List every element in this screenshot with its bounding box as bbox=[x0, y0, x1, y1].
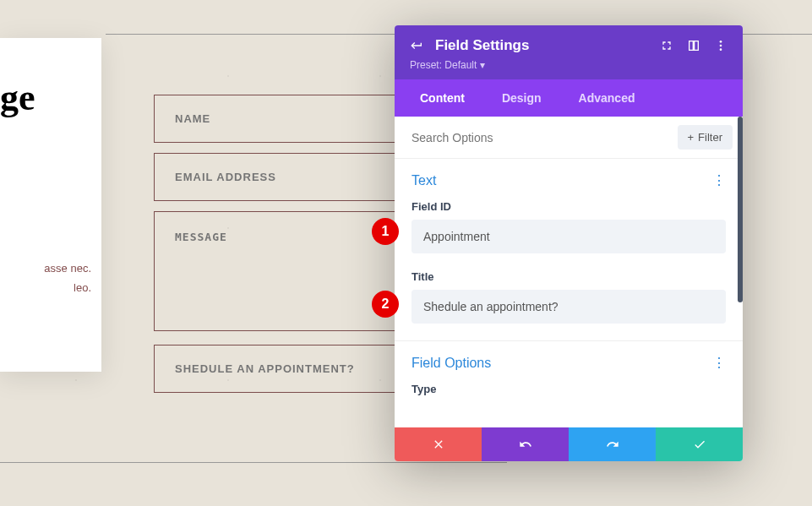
columns-icon[interactable] bbox=[687, 39, 700, 52]
section-field-options: Field Options ⋮ Type bbox=[395, 341, 743, 395]
panel-footer bbox=[395, 427, 743, 461]
description-fragment: asse nec. leo. bbox=[0, 258, 101, 298]
tab-content[interactable]: Content bbox=[401, 79, 483, 117]
svg-point-0 bbox=[720, 41, 722, 43]
section-text-title: Text bbox=[411, 173, 436, 188]
fieldid-label: Field ID bbox=[411, 200, 726, 213]
plus-icon: + bbox=[688, 131, 695, 144]
tab-advanced[interactable]: Advanced bbox=[560, 79, 654, 117]
tab-design[interactable]: Design bbox=[483, 79, 560, 117]
scrollbar-thumb[interactable] bbox=[738, 117, 743, 302]
bottom-divider bbox=[0, 462, 507, 463]
search-row: + Filter bbox=[395, 117, 743, 159]
panel-body: + Filter Text ⋮ Field ID Title Field Opt… bbox=[395, 117, 743, 427]
title-input[interactable] bbox=[411, 290, 726, 324]
undo-button[interactable] bbox=[482, 427, 569, 461]
annotation-badge-2: 2 bbox=[372, 291, 399, 318]
section-text-menu[interactable]: ⋮ bbox=[712, 172, 726, 188]
kebab-menu-icon[interactable] bbox=[714, 39, 728, 52]
redo-button[interactable] bbox=[569, 427, 656, 461]
preset-dropdown[interactable]: Preset: Default ▾ bbox=[410, 59, 728, 71]
panel-tabs: Content Design Advanced bbox=[395, 79, 743, 117]
close-icon bbox=[432, 438, 445, 451]
annotation-badge-1: 1 bbox=[372, 218, 399, 245]
back-icon[interactable] bbox=[410, 39, 423, 52]
section-options-title: Field Options bbox=[411, 356, 491, 371]
title-label: Title bbox=[411, 270, 726, 283]
search-options-input[interactable] bbox=[411, 131, 678, 144]
filter-button[interactable]: + Filter bbox=[678, 125, 733, 150]
panel-title: Field Settings bbox=[435, 37, 529, 54]
redo-icon bbox=[606, 438, 619, 451]
field-settings-panel: Field Settings Preset: Default ▾ Content… bbox=[395, 25, 743, 461]
type-label: Type bbox=[411, 383, 726, 395]
check-icon bbox=[693, 438, 706, 451]
undo-icon bbox=[519, 438, 532, 451]
fieldid-input[interactable] bbox=[411, 220, 726, 253]
svg-point-1 bbox=[720, 45, 722, 47]
save-button[interactable] bbox=[656, 427, 743, 461]
cancel-button[interactable] bbox=[395, 427, 482, 461]
section-options-menu[interactable]: ⋮ bbox=[712, 355, 726, 371]
section-text: Text ⋮ Field ID Title bbox=[395, 159, 743, 324]
svg-point-2 bbox=[720, 48, 722, 51]
panel-header: Field Settings Preset: Default ▾ bbox=[395, 25, 743, 79]
left-card: ge asse nec. leo. bbox=[0, 38, 101, 372]
expand-icon[interactable] bbox=[660, 39, 673, 52]
page-title-fragment: ge bbox=[0, 76, 101, 119]
